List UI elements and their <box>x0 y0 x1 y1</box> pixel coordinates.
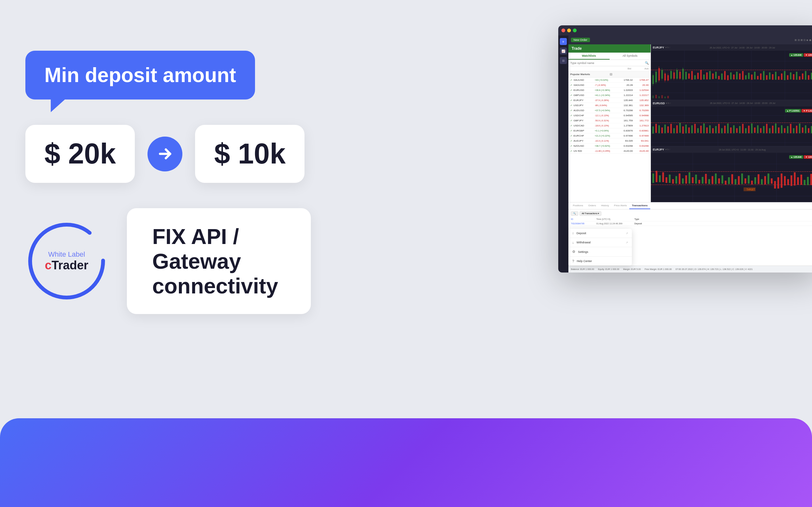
close-btn[interactable] <box>561 29 565 32</box>
symbol-row-audusd[interactable]: ✓ AUDUSD +37.5 (+0.54%) 0.70298 0.70299 <box>568 108 651 113</box>
status-margin: Margin: EUR 5.00 <box>623 268 641 270</box>
svg-rect-135 <box>781 125 782 133</box>
symbol-row-xagusd[interactable]: ✓ XAGUSD -7 (-0.34%) 20.28 20.30 <box>568 83 651 88</box>
symbol-bid-1: 20.28 <box>617 83 633 87</box>
chart-3-price-badge: ▲ 135.846 ▼ 135.851 <box>789 155 812 159</box>
sidebar-icon-chart[interactable]: 📈 <box>560 48 567 55</box>
popup-item-deposit[interactable]: ↑ Deposit ↗ <box>568 229 632 238</box>
svg-rect-15 <box>658 68 660 80</box>
symbol-change-7: -12.1 (-0.13%) <box>595 114 617 117</box>
svg-rect-62 <box>772 74 774 80</box>
circle-logo: White Label cTrader <box>26 220 108 302</box>
symbol-row-usdcad[interactable]: ✓ USDCAD -18.8 (-0.13%) 1.27809 1.27813 <box>568 123 651 128</box>
symbol-change-5: -86 (-0.64%) <box>595 104 617 107</box>
symbol-row-usdchf[interactable]: ✓ USDCHF -12.1 (-0.13%) 0.94595 0.94998 <box>568 113 651 118</box>
symbol-name-14: US 500 <box>573 150 595 153</box>
chart-1-toolbar: EURJPY ▾ h ↑ 26 Jul 2022, UTC+3 · 27 Jul… <box>651 44 812 51</box>
svg-rect-159 <box>662 172 664 182</box>
svg-rect-42 <box>712 73 714 79</box>
symbol-change-3: +41.1 (+0.34%) <box>595 94 617 96</box>
svg-rect-98 <box>670 124 672 133</box>
svg-rect-110 <box>706 127 708 133</box>
svg-rect-156 <box>653 174 654 183</box>
symbol-row-usdjpy[interactable]: ✓ USDJPY -86 (-0.64%) 132.361 132.369 <box>568 103 651 108</box>
symbol-row-gbpusd[interactable]: ✓ GBPUSD +41.1 (+0.34%) 1.22214 1.22217 <box>568 93 651 98</box>
popup-item-withdrawal[interactable]: ↓ Withdrawal ↗ <box>568 238 632 247</box>
svg-rect-56 <box>754 72 756 79</box>
svg-rect-58 <box>760 73 762 80</box>
symbol-list: ✓ XAUUSD +43 (+0.02%) 1766.32 1766.47 ✓ … <box>568 78 651 154</box>
tab-history[interactable]: History <box>599 203 612 209</box>
market-group-popular[interactable]: Popular Markets ⊟ <box>568 71 651 78</box>
svg-rect-69 <box>793 74 795 80</box>
svg-rect-77 <box>653 95 654 98</box>
symbol-row-eurjpy[interactable]: ✓ EURJPY -37.9 (-0.28%) 135.840 135.852 <box>568 98 651 103</box>
svg-rect-132 <box>772 125 774 133</box>
new-order-button[interactable]: New Order <box>571 38 590 42</box>
tab-price-alerts[interactable]: Price Alerts <box>612 203 629 209</box>
chart-2-canvas: ▲ P 1.02531 ▼ P 1.02534 <box>651 107 812 147</box>
symbol-row-us 500[interactable]: ✓ US 500 -11.80 (-0.29%) 4120.00 4120.40 <box>568 149 651 154</box>
symbol-change-1: -7 (-0.34%) <box>595 84 617 86</box>
tab-positions[interactable]: Positions <box>570 203 586 209</box>
svg-rect-164 <box>679 174 681 184</box>
tab-transactions[interactable]: Transactions <box>629 203 650 209</box>
svg-rect-109 <box>703 123 705 133</box>
svg-rect-174 <box>711 176 713 184</box>
symbol-name-0: XAUUSD <box>573 78 595 81</box>
svg-rect-137 <box>787 126 789 133</box>
symbol-row-eurchf[interactable]: ✓ EURCHF +21.3 (+0.22%) 0.97496 0.97499 <box>568 133 651 138</box>
popup-label-help: Help Center <box>577 260 592 263</box>
symbol-bid-4: 135.840 <box>617 99 633 102</box>
svg-rect-94 <box>658 125 660 133</box>
symbol-change-13: +38.7 (+0.62%) <box>595 145 617 147</box>
chart-3-candles: TARGET <box>651 153 812 202</box>
charts-area: EURJPY ▾ h ↑ 26 Jul 2022, UTC+3 · 27 Jul… <box>651 44 812 202</box>
symbol-row-gbpjpy[interactable]: ✓ GBPJPY -50.9 (-0.31%) 161.759 161.772 <box>568 118 651 123</box>
svg-rect-45 <box>721 73 723 80</box>
background-gradient <box>0 418 812 507</box>
symbol-bid-0: 1766.32 <box>617 78 633 81</box>
popup-item-settings[interactable]: ⚙ Settings <box>568 247 632 257</box>
status-ohlcv: 07:00 26.07.2022 | O: 139.674 | H: 139.7… <box>676 268 753 270</box>
symbol-ask-5: 132.369 <box>633 104 649 107</box>
svg-rect-74 <box>808 75 809 79</box>
deposit-icon: ↑ <box>572 231 574 235</box>
symbol-bid-7: 0.94595 <box>617 114 633 117</box>
platform-window: ≡ 📈 ⊞ New Order ⊞ ⊟ ⊠ ⊡ ◈ ◉ ◊ ◈ Trade Wa… <box>558 25 812 273</box>
svg-rect-160 <box>665 177 667 183</box>
filter-all-transactions[interactable]: All Transactions ▾ <box>579 211 601 216</box>
svg-rect-37 <box>697 73 699 79</box>
sidebar-icon-trade[interactable]: ≡ <box>560 38 567 45</box>
arrow-right-icon <box>156 145 174 163</box>
chart-3-canvas: TARGET ▲ 135.846 ▼ 135.851 <box>651 153 812 202</box>
symbol-row-nzdusd[interactable]: ✓ NZDUSD +38.7 (+0.62%) 0.63298 0.63298 <box>568 144 651 149</box>
tab-all-symbols[interactable]: All Symbols <box>610 53 651 60</box>
symbol-ask-11: 0.97499 <box>633 134 649 137</box>
svg-rect-191 <box>768 174 769 184</box>
svg-rect-161 <box>669 175 671 183</box>
sidebar-icon-data[interactable]: ⊞ <box>560 57 567 64</box>
filter-search-icon[interactable]: 🔍 <box>571 211 578 216</box>
svg-rect-185 <box>748 176 750 184</box>
symbol-search-input[interactable] <box>570 61 644 65</box>
search-icon: 🔍 <box>645 61 649 65</box>
symbol-name-5: USDJPY <box>573 104 595 107</box>
svg-rect-165 <box>682 178 684 184</box>
minimize-btn[interactable] <box>567 29 571 32</box>
white-label-text: White Label <box>45 250 88 259</box>
symbol-row-audjpy[interactable]: ✓ AUDJPY -10.3 (-0.11%) 93.035 93.041 <box>568 138 651 144</box>
svg-rect-116 <box>724 125 726 133</box>
svg-rect-67 <box>787 75 789 79</box>
symbol-bid-6: 0.70298 <box>617 109 633 112</box>
maximize-btn[interactable] <box>573 29 577 32</box>
symbol-row-xauusd[interactable]: ✓ XAUUSD +43 (+0.02%) 1766.32 1766.47 <box>568 78 651 83</box>
tab-watchlists[interactable]: Watchlists <box>568 53 610 60</box>
symbol-row-eurusd[interactable]: ✓ EURUSD +36.8 (+0.38%) 1.02633 1.02534 <box>568 88 651 93</box>
symbol-row-eurgbp[interactable]: ✓ EURGBP +3.1 (+0.04%) 0.83976 0.83981 <box>568 128 651 133</box>
svg-rect-96 <box>664 124 666 133</box>
svg-rect-48 <box>730 72 732 79</box>
tab-orders[interactable]: Orders <box>586 203 598 209</box>
svg-rect-139 <box>793 128 795 133</box>
popup-item-help[interactable]: ? Help Center <box>568 257 632 266</box>
